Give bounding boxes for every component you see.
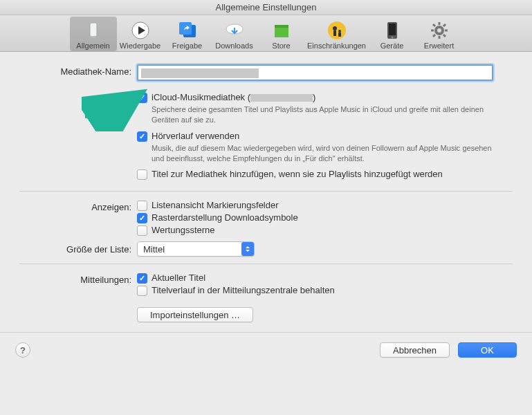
cancel-button[interactable]: Abbrechen — [380, 342, 450, 358]
import-settings-button[interactable]: Importeinstellungen … — [137, 307, 253, 322]
keep-history-checkbox[interactable] — [137, 286, 147, 296]
icloud-library-label: iCloud-Musikmediathek () — [152, 92, 315, 102]
chevron-updown-icon — [241, 242, 254, 256]
svg-rect-13 — [338, 33, 341, 37]
svg-line-22 — [433, 24, 435, 26]
tab-general[interactable]: Allgemein — [70, 17, 117, 51]
ok-button[interactable]: OK — [458, 342, 517, 358]
tab-label: Allgemein — [76, 42, 109, 50]
svg-rect-1 — [91, 36, 95, 38]
store-icon — [270, 19, 293, 42]
list-size-select[interactable]: Mittel — [137, 241, 255, 257]
device-icon — [381, 19, 403, 42]
separator — [19, 191, 513, 192]
svg-rect-12 — [333, 30, 336, 36]
icloud-library-desc: Speichere deine gesamten Titel und Playl… — [152, 104, 494, 125]
redacted-text — [141, 68, 259, 78]
svg-rect-0 — [90, 23, 97, 37]
tab-devices[interactable]: Geräte — [369, 17, 416, 51]
help-button[interactable]: ? — [15, 342, 30, 358]
add-to-library-checkbox[interactable] — [137, 169, 147, 180]
svg-point-16 — [391, 37, 393, 39]
tab-store[interactable]: Store — [258, 17, 305, 51]
notifications-label: Mitteilungen: — [19, 273, 137, 285]
gear-icon — [428, 19, 450, 42]
svg-point-17 — [436, 27, 443, 34]
list-checkboxes-label: Listenansicht Markierungsfelder — [152, 200, 279, 210]
icloud-library-checkbox[interactable] — [137, 93, 147, 103]
tab-label: Downloads — [215, 42, 253, 50]
current-track-label: Aktueller Titel — [152, 273, 205, 283]
svg-line-23 — [443, 35, 446, 37]
tab-label: Wiedergabe — [120, 42, 160, 50]
cloud-download-icon — [223, 19, 246, 42]
window-title: Allgemeine Einstellungen — [0, 0, 532, 15]
tab-restrictions[interactable]: Einschränkungen — [305, 17, 369, 51]
play-icon — [129, 19, 152, 42]
list-size-label: Größe der Liste: — [19, 244, 137, 255]
listening-history-label: Hörverlauf verwenden — [152, 131, 239, 141]
keep-history-label: Titelverlauf in der Mitteilungszentrale … — [152, 285, 335, 295]
library-name-input[interactable] — [137, 64, 493, 81]
current-track-checkbox[interactable] — [137, 273, 147, 284]
svg-point-9 — [328, 21, 346, 39]
tab-label: Store — [272, 42, 290, 50]
svg-line-24 — [433, 35, 435, 37]
ratings-label: Wertungssterne — [152, 225, 215, 235]
redacted-text — [250, 94, 313, 102]
svg-rect-15 — [389, 24, 396, 35]
preferences-toolbar: Allgemein Wiedergabe Freigabe Downloads … — [0, 15, 532, 52]
svg-point-11 — [338, 30, 341, 33]
tab-downloads[interactable]: Downloads — [211, 17, 258, 51]
grid-download-label: Rasterdarstellung Downloadsymbole — [152, 212, 298, 223]
svg-rect-7 — [275, 27, 288, 37]
grid-download-checkbox[interactable] — [137, 213, 147, 223]
general-icon — [82, 19, 104, 42]
show-label: Anzeigen: — [19, 200, 137, 212]
tab-playback[interactable]: Wiedergabe — [117, 17, 164, 51]
tab-advanced[interactable]: Erweitert — [416, 17, 463, 51]
add-to-library-label: Titel zur Mediathek hinzufügen, wenn sie… — [152, 169, 443, 179]
separator — [19, 264, 513, 264]
svg-point-10 — [333, 26, 337, 30]
tab-label: Geräte — [380, 42, 404, 50]
sharing-icon — [176, 19, 199, 42]
list-size-value: Mittel — [143, 244, 165, 255]
tab-label: Freigabe — [172, 42, 202, 50]
svg-line-25 — [443, 24, 446, 26]
tab-label: Erweitert — [424, 42, 454, 50]
tab-label: Einschränkungen — [307, 42, 366, 50]
library-name-label: Mediathek-Name: — [19, 64, 137, 77]
listening-history-desc: Musik, die auf diesem Mac wiedergegeben … — [152, 143, 494, 164]
svg-rect-8 — [275, 25, 288, 28]
list-checkboxes-checkbox[interactable] — [137, 201, 147, 211]
parental-icon — [326, 19, 348, 42]
tab-sharing[interactable]: Freigabe — [164, 17, 211, 51]
listening-history-checkbox[interactable] — [137, 131, 147, 142]
ratings-checkbox[interactable] — [137, 225, 147, 236]
